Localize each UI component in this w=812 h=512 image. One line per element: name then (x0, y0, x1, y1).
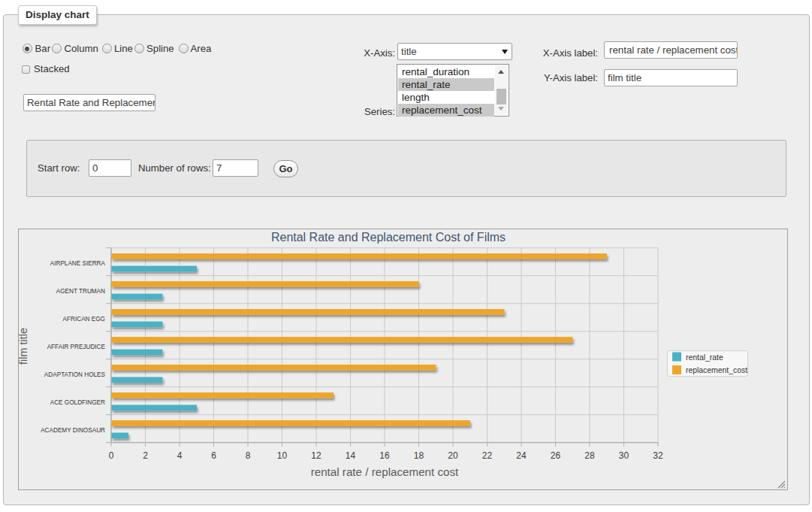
svg-text:ACE GOLDFINGER: ACE GOLDFINGER (50, 399, 105, 406)
svg-text:rental_rate: rental_rate (686, 353, 723, 362)
svg-text:2: 2 (143, 450, 148, 461)
svg-text:30: 30 (619, 450, 629, 461)
svg-text:rental rate / replacement cost: rental rate / replacement cost (311, 465, 459, 478)
svg-text:24: 24 (516, 450, 527, 461)
svg-text:AFRICAN EGG: AFRICAN EGG (63, 316, 105, 323)
svg-text:22: 22 (482, 450, 493, 461)
svg-text:10: 10 (277, 450, 288, 461)
svg-text:16: 16 (379, 450, 390, 461)
svg-text:26: 26 (551, 450, 561, 461)
svg-text:ACADEMY DINOSAUR: ACADEMY DINOSAUR (41, 427, 105, 434)
svg-text:18: 18 (414, 450, 424, 461)
svg-text:0: 0 (109, 450, 114, 461)
svg-text:AFFAIR PREJUDICE: AFFAIR PREJUDICE (47, 344, 106, 350)
svg-text:Rental Rate and Replacement Co: Rental Rate and Replacement Cost of Film… (271, 231, 506, 244)
svg-text:14: 14 (346, 450, 356, 461)
svg-text:6: 6 (211, 450, 216, 461)
svg-text:32: 32 (653, 450, 663, 461)
svg-text:AGENT TRUMAN: AGENT TRUMAN (56, 288, 105, 295)
svg-text:AIRPLANE SIERRA: AIRPLANE SIERRA (50, 260, 106, 267)
svg-text:film title: film title (19, 328, 29, 365)
svg-text:20: 20 (448, 450, 458, 461)
svg-text:28: 28 (584, 450, 595, 461)
svg-text:ADAPTATION HOLES: ADAPTATION HOLES (44, 371, 106, 378)
svg-text:12: 12 (311, 450, 321, 461)
svg-text:8: 8 (246, 450, 251, 461)
svg-text:4: 4 (177, 450, 183, 461)
svg-text:replacement_cost: replacement_cost (686, 366, 747, 374)
